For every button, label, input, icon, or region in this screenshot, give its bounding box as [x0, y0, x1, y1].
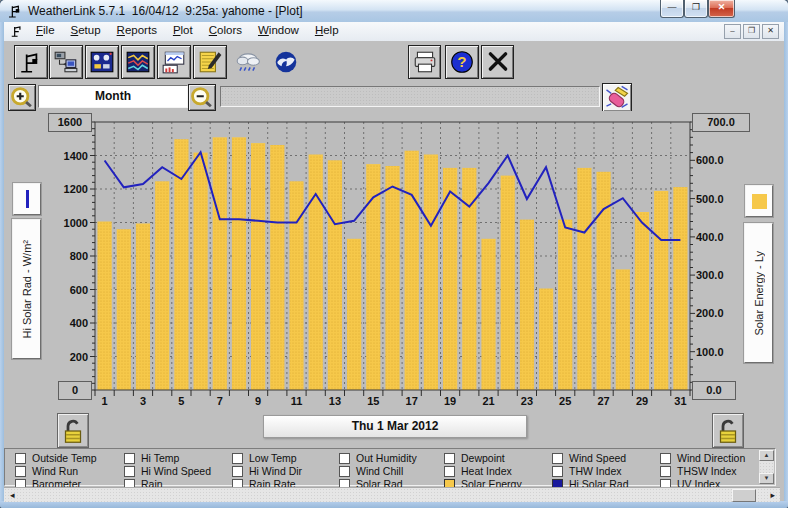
- checkbox-label[interactable]: THW Index: [569, 466, 622, 476]
- checkbox-thsw-index[interactable]: [660, 466, 671, 477]
- plot-option-wind-direction[interactable]: Wind Direction: [660, 453, 745, 463]
- plot-option-low-temp[interactable]: Low Temp: [232, 453, 297, 463]
- checkbox-dewpoint[interactable]: [444, 453, 455, 464]
- checkbox-label[interactable]: Hi Temp: [141, 453, 179, 463]
- checkbox-wind-run[interactable]: [15, 466, 26, 477]
- plot-option-hi-temp[interactable]: Hi Temp: [124, 453, 179, 463]
- right-axis-max[interactable]: 700.0: [692, 113, 750, 132]
- checkbox-label[interactable]: THSW Index: [677, 466, 737, 476]
- checkbox-label[interactable]: Wind Direction: [677, 453, 745, 463]
- x-axis-label: 13: [320, 395, 350, 407]
- svg-text:?: ?: [457, 53, 466, 70]
- download-button[interactable]: [49, 45, 83, 79]
- left-axis-min[interactable]: 0: [58, 381, 92, 400]
- bar-day-2: [117, 229, 131, 390]
- menu-plot[interactable]: Plot: [165, 22, 201, 41]
- menu-colors[interactable]: Colors: [201, 22, 250, 41]
- checkbox-label[interactable]: Wind Speed: [569, 453, 626, 463]
- bar-day-30: [654, 191, 668, 390]
- title-bar[interactable]: WeatherLink 5.7.1 16/04/12 9:25a: yahome…: [0, 0, 788, 23]
- right-axis-min[interactable]: 0.0: [692, 381, 736, 400]
- bar-day-10: [270, 145, 284, 390]
- interval-field[interactable]: Month: [38, 85, 188, 108]
- noaa-summary-button[interactable]: [268, 45, 304, 79]
- bulletin-button[interactable]: [85, 45, 119, 79]
- strip-chart-button[interactable]: [157, 45, 191, 79]
- bar-day-29: [635, 212, 649, 390]
- scroll-down-arrow[interactable]: ▼: [759, 473, 774, 484]
- checkbox-label[interactable]: Wind Chill: [356, 466, 403, 476]
- right-axis-lock-button[interactable]: [712, 413, 744, 448]
- plot-option-hi-wind-dir[interactable]: Hi Wind Dir: [232, 466, 302, 476]
- plot-option-thw-index[interactable]: THW Index: [552, 466, 622, 476]
- plot-option-thsw-index[interactable]: THSW Index: [660, 466, 737, 476]
- mdi-minimize-button[interactable]: –: [724, 24, 741, 39]
- checkbox-wind-direction[interactable]: [660, 453, 671, 464]
- checkbox-out-humidity[interactable]: [339, 453, 350, 464]
- plot-span-track[interactable]: [220, 86, 600, 107]
- checkbox-wind-speed[interactable]: [552, 453, 563, 464]
- plot-option-wind-chill[interactable]: Wind Chill: [339, 466, 403, 476]
- left-axis-tick: 600: [32, 283, 88, 297]
- checkbox-label[interactable]: Low Temp: [249, 453, 297, 463]
- weather-station-button[interactable]: [14, 45, 48, 79]
- minimize-button[interactable]: —: [660, 0, 684, 18]
- print-button[interactable]: [408, 45, 441, 79]
- checkbox-label[interactable]: Wind Run: [32, 466, 78, 476]
- notes-button[interactable]: [193, 45, 227, 79]
- x-axis-label: 5: [166, 395, 196, 407]
- plot-option-wind-run[interactable]: Wind Run: [15, 466, 78, 476]
- checkbox-hi-wind-dir[interactable]: [232, 466, 243, 477]
- bar-day-11: [289, 181, 303, 390]
- options-vertical-scrollbar[interactable]: ▲ ▼: [759, 450, 774, 484]
- plot-option-dewpoint[interactable]: Dewpoint: [444, 453, 505, 463]
- close-button[interactable]: ✕: [708, 0, 735, 18]
- plot-button[interactable]: [121, 45, 155, 79]
- x-axis-label: 11: [282, 395, 312, 407]
- plot-option-wind-speed[interactable]: Wind Speed: [552, 453, 626, 463]
- checkbox-hi-wind-speed[interactable]: [124, 466, 135, 477]
- scroll-left-arrow[interactable]: ◂: [10, 490, 15, 500]
- plot-option-heat-index[interactable]: Heat Index: [444, 466, 512, 476]
- scroll-right-arrow[interactable]: ▸: [770, 490, 775, 500]
- menu-file[interactable]: File: [28, 22, 63, 41]
- horizontal-scrollbar[interactable]: ◂ ▸: [4, 487, 780, 502]
- noaa-icon: [273, 50, 299, 74]
- bar-day-17: [405, 151, 419, 390]
- left-axis-max[interactable]: 1600: [48, 113, 92, 132]
- checkbox-label[interactable]: Outside Temp: [32, 453, 97, 463]
- checkbox-label[interactable]: Out Humidity: [356, 453, 417, 463]
- bar-day-1: [98, 222, 112, 391]
- scroll-up-arrow[interactable]: ▲: [759, 450, 774, 461]
- checkbox-low-temp[interactable]: [232, 453, 243, 464]
- checkbox-wind-chill[interactable]: [339, 466, 350, 477]
- checkbox-heat-index[interactable]: [444, 466, 455, 477]
- menu-setup[interactable]: Setup: [63, 22, 109, 41]
- left-axis-lock-button[interactable]: [57, 413, 89, 448]
- checkbox-label[interactable]: Hi Wind Dir: [249, 466, 302, 476]
- checkbox-label[interactable]: Dewpoint: [461, 453, 505, 463]
- close-plot-button[interactable]: [481, 45, 514, 79]
- checkbox-hi-temp[interactable]: [124, 453, 135, 464]
- zoom-out-button[interactable]: [188, 84, 216, 111]
- help-button[interactable]: ?: [445, 45, 479, 79]
- x-axis-label: 17: [397, 395, 427, 407]
- mdi-restore-button[interactable]: ❐: [743, 24, 760, 39]
- plot-option-out-humidity[interactable]: Out Humidity: [339, 453, 417, 463]
- plot-option-hi-wind-speed[interactable]: Hi Wind Speed: [124, 466, 211, 476]
- mdi-close-button[interactable]: ✕: [762, 24, 779, 39]
- rain-summary-button[interactable]: [230, 45, 266, 79]
- menu-help[interactable]: Help: [307, 22, 347, 41]
- checkbox-label[interactable]: Heat Index: [461, 466, 512, 476]
- maximize-button[interactable]: ❐: [684, 0, 708, 18]
- menu-window[interactable]: Window: [250, 22, 307, 41]
- checkbox-thw-index[interactable]: [552, 466, 563, 477]
- bar-day-9: [251, 143, 265, 390]
- scroll-thumb[interactable]: [732, 489, 756, 502]
- plot-option-outside-temp[interactable]: Outside Temp: [15, 453, 97, 463]
- checkbox-outside-temp[interactable]: [15, 453, 26, 464]
- checkbox-label[interactable]: Hi Wind Speed: [141, 466, 211, 476]
- menu-reports[interactable]: Reports: [109, 22, 165, 41]
- clear-plot-button[interactable]: [602, 83, 632, 112]
- zoom-in-button[interactable]: [8, 84, 36, 111]
